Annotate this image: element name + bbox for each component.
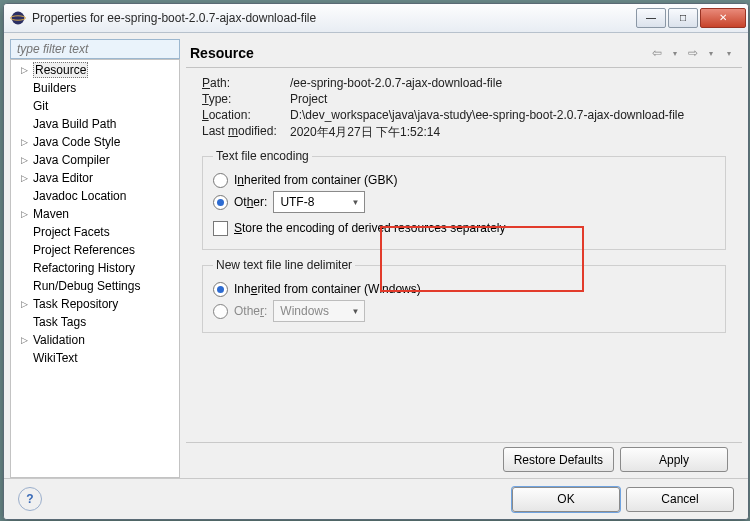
properties-dialog: Properties for ee-spring-boot-2.0.7-ajax… [3, 3, 749, 520]
sidebar-item-task-repository[interactable]: ▷Task Repository [13, 295, 177, 313]
expand-icon[interactable]: ▷ [19, 65, 30, 76]
view-menu-icon[interactable]: ▾ [720, 44, 738, 62]
store-encoding-checkbox[interactable] [213, 221, 228, 236]
sidebar-item-label: Java Editor [33, 171, 93, 185]
encoding-other-label: Other: [234, 195, 267, 209]
eclipse-icon [10, 10, 26, 26]
expand-icon [19, 281, 30, 292]
sidebar-item-label: Javadoc Location [33, 189, 126, 203]
path-value: /ee-spring-boot-2.0.7-ajax-download-file [290, 76, 726, 90]
sidebar-item-java-build-path[interactable]: Java Build Path [13, 115, 177, 133]
close-button[interactable]: ✕ [700, 8, 746, 28]
sidebar-item-java-editor[interactable]: ▷Java Editor [13, 169, 177, 187]
forward-button[interactable]: ⇨ [684, 44, 702, 62]
delimiter-other-radio[interactable] [213, 304, 228, 319]
ok-button[interactable]: OK [512, 487, 620, 512]
encoding-inherited-radio[interactable] [213, 173, 228, 188]
restore-defaults-button[interactable]: Restore Defaults [503, 447, 614, 472]
sidebar-item-label: Java Code Style [33, 135, 120, 149]
expand-icon[interactable]: ▷ [19, 155, 30, 166]
encoding-group: Text file encoding Inherited from contai… [202, 149, 726, 250]
main-panel: Resource ⇦ ▾ ⇨ ▾ ▾ Path: /ee-spring-boot… [186, 39, 742, 478]
location-value: D:\dev_workspace\java\java-study\ee-spri… [290, 108, 726, 122]
expand-icon [19, 317, 30, 328]
minimize-button[interactable]: — [636, 8, 666, 28]
sidebar-item-project-references[interactable]: Project References [13, 241, 177, 259]
sidebar-item-maven[interactable]: ▷Maven [13, 205, 177, 223]
expand-icon [19, 101, 30, 112]
back-menu-icon[interactable]: ▾ [666, 44, 684, 62]
last-modified-label: Last modified: [202, 124, 290, 141]
expand-icon [19, 245, 30, 256]
expand-icon [19, 83, 30, 94]
sidebar-item-label: Maven [33, 207, 69, 221]
store-encoding-label: Store the encoding of derived resources … [234, 221, 506, 235]
sidebar-item-task-tags[interactable]: Task Tags [13, 313, 177, 331]
help-button[interactable]: ? [18, 487, 42, 511]
back-button[interactable]: ⇦ [648, 44, 666, 62]
sidebar-item-builders[interactable]: Builders [13, 79, 177, 97]
sidebar-item-label: Java Compiler [33, 153, 110, 167]
sidebar-item-javadoc-location[interactable]: Javadoc Location [13, 187, 177, 205]
encoding-combo[interactable]: UTF-8 ▼ [273, 191, 365, 213]
sidebar-item-label: Resource [33, 62, 88, 78]
sidebar-item-label: Task Tags [33, 315, 86, 329]
titlebar[interactable]: Properties for ee-spring-boot-2.0.7-ajax… [4, 4, 748, 33]
delimiter-combo: Windows ▼ [273, 300, 365, 322]
expand-icon [19, 119, 30, 130]
sidebar-item-wikitext[interactable]: WikiText [13, 349, 177, 367]
expand-icon [19, 263, 30, 274]
delimiter-inherited-radio[interactable] [213, 282, 228, 297]
expand-icon [19, 353, 30, 364]
sidebar-item-label: Java Build Path [33, 117, 116, 131]
sidebar-item-label: Run/Debug Settings [33, 279, 140, 293]
sidebar-item-run-debug-settings[interactable]: Run/Debug Settings [13, 277, 177, 295]
sidebar-item-label: Task Repository [33, 297, 118, 311]
encoding-combo-value: UTF-8 [280, 195, 348, 209]
path-label: Path: [202, 76, 290, 90]
category-tree[interactable]: ▷ResourceBuildersGitJava Build Path▷Java… [10, 59, 180, 478]
delimiter-combo-value: Windows [280, 304, 348, 318]
sidebar-item-label: Project References [33, 243, 135, 257]
sidebar-item-label: Validation [33, 333, 85, 347]
encoding-inherited-label: Inherited from container (GBK) [234, 173, 397, 187]
window-title: Properties for ee-spring-boot-2.0.7-ajax… [32, 11, 636, 25]
last-modified-value: 2020年4月27日 下午1:52:14 [290, 124, 726, 141]
sidebar-item-label: Project Facets [33, 225, 110, 239]
filter-input[interactable] [15, 41, 179, 57]
filter-box[interactable] [10, 39, 180, 59]
sidebar-item-project-facets[interactable]: Project Facets [13, 223, 177, 241]
sidebar-item-label: Refactoring History [33, 261, 135, 275]
expand-icon[interactable]: ▷ [19, 335, 30, 346]
sidebar-item-label: WikiText [33, 351, 78, 365]
delimiter-inherited-label: Inherited from container (Windows) [234, 282, 421, 296]
expand-icon[interactable]: ▷ [19, 137, 30, 148]
sidebar: ▷ResourceBuildersGitJava Build Path▷Java… [10, 39, 180, 478]
type-label: Type: [202, 92, 290, 106]
chevron-down-icon: ▼ [348, 307, 362, 316]
expand-icon[interactable]: ▷ [19, 209, 30, 220]
expand-icon[interactable]: ▷ [19, 299, 30, 310]
encoding-other-radio[interactable] [213, 195, 228, 210]
apply-button[interactable]: Apply [620, 447, 728, 472]
chevron-down-icon: ▼ [348, 198, 362, 207]
sidebar-item-refactoring-history[interactable]: Refactoring History [13, 259, 177, 277]
forward-menu-icon[interactable]: ▾ [702, 44, 720, 62]
cancel-button[interactable]: Cancel [626, 487, 734, 512]
sidebar-item-validation[interactable]: ▷Validation [13, 331, 177, 349]
footer: ? OK Cancel [4, 478, 748, 519]
svg-point-0 [12, 12, 25, 25]
expand-icon[interactable]: ▷ [19, 173, 30, 184]
expand-icon [19, 227, 30, 238]
sidebar-item-java-code-style[interactable]: ▷Java Code Style [13, 133, 177, 151]
delimiter-other-label: Other: [234, 304, 267, 318]
sidebar-item-java-compiler[interactable]: ▷Java Compiler [13, 151, 177, 169]
sidebar-item-resource[interactable]: ▷Resource [13, 61, 177, 79]
delimiter-group: New text file line delimiter Inherited f… [202, 258, 726, 333]
maximize-button[interactable]: □ [668, 8, 698, 28]
type-value: Project [290, 92, 726, 106]
sidebar-item-label: Builders [33, 81, 76, 95]
encoding-legend: Text file encoding [213, 149, 312, 163]
sidebar-item-label: Git [33, 99, 48, 113]
sidebar-item-git[interactable]: Git [13, 97, 177, 115]
